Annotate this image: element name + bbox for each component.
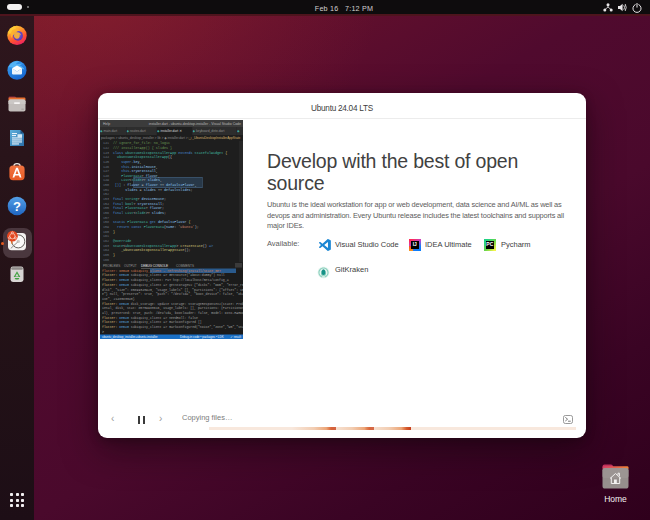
svg-text:?: ?: [13, 199, 21, 214]
